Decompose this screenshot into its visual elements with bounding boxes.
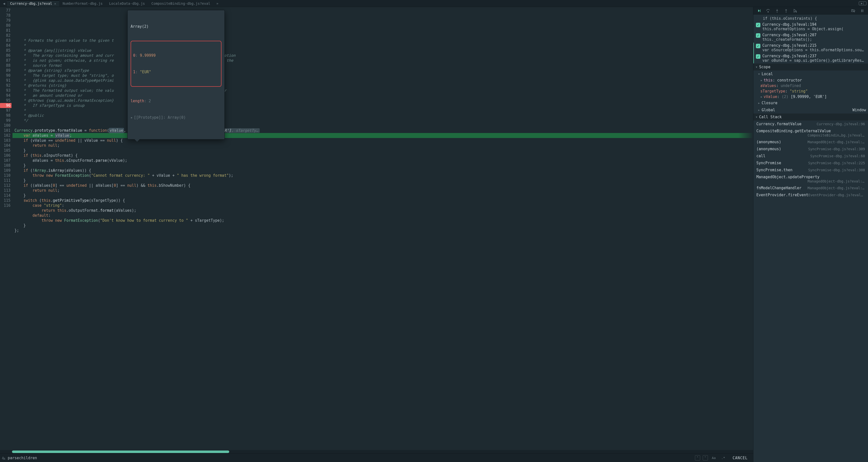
match-case-button[interactable]: Aa [710,456,717,460]
breakpoint-row[interactable]: ✓ Currency-dbg.js?eval:194 this.oFormatO… [753,22,868,32]
tab-label: CompositeBinding-dbg.js?eval [151,1,210,5]
tabs-overflow-icon[interactable]: » [214,1,221,5]
stack-function: (anonymous) [756,140,781,144]
step-into-icon[interactable] [775,8,779,13]
section-title: Local [762,72,773,76]
callstack-row[interactable]: fnModelChangeHandlerManagedObject-dbg.js… [753,184,868,192]
breakpoint-snippet: var oBundle = sap.ui.getCore().getLibrar… [763,58,866,63]
stack-function: SyncPromise.then [756,168,793,172]
breakpoint-snippet: this._createFormats(); [763,37,866,42]
breakpoint-location: Currency-dbg.js?eval:215 [763,43,816,48]
svg-point-2 [786,11,786,12]
tooltip-proto-key: [[Prototype]] [134,115,163,120]
tooltip-value-0: 9.99999 [140,53,156,58]
stack-function: SyncPromise [756,161,781,165]
step-over-icon[interactable] [766,8,770,13]
chevron-right-icon[interactable]: ▸ [131,115,133,120]
callstack-row[interactable]: callSyncPromise-dbg.js?eval:60 [753,152,868,160]
search-bar: A͟ᵦ ˄ ˅ Aa .* CANCEL [0,454,753,462]
cancel-button[interactable]: CANCEL [729,455,751,461]
tab-numberformat[interactable]: NumberFormat-dbg.js [60,0,105,6]
section-title: Call Stack [759,115,782,119]
stack-source: SyncPromise-dbg.js?eval:60 [810,154,865,158]
debugger-toolbar [753,7,868,15]
scrollbar-thumb[interactable] [12,451,229,453]
scope-closure-header[interactable]: ▸ Closure [753,99,868,107]
stack-source: SyncPromise-dbg.js?eval:308 [808,168,865,172]
scope-variable-row[interactable]: aValues: undefined [753,83,868,88]
breakpoint-context-line: if (this.oConstraints) { [753,16,868,22]
search-prev-button[interactable]: ˄ [695,455,700,461]
chevron-down-icon: ▾ [755,115,757,119]
breakpoint-row[interactable]: ✓ Currency-dbg.js?eval:215 var oSourceOp… [753,42,868,53]
callstack-row[interactable]: ManagedObject.updatePropertyManagedObjec… [753,173,868,184]
tab-localedata[interactable]: LocaleData-dbg.js [106,0,148,6]
stack-source: ManagedObject-dbg.js?eval:3656 [808,179,865,183]
value-tooltip: Array(2) 0: 9.99999 1: "EUR" length: 2 ▸… [127,10,225,140]
code-lines[interactable]: Array(2) 0: 9.99999 1: "EUR" length: 2 ▸… [12,7,753,450]
line-gutter[interactable]: 7778798081828384858687888990919293949596… [0,7,12,450]
tab-compositebinding[interactable]: CompositeBinding-dbg.js?eval [148,0,213,6]
search-mode-icon[interactable]: A͟ᵦ [2,456,5,460]
tab-nav-prev-icon[interactable]: ◀ [1,1,6,5]
run-snippet-icon[interactable]: ▶| [859,1,867,5]
callstack-row[interactable]: Currency.formatValueCurrency-dbg.js?eval… [753,120,868,127]
scope-global-header[interactable]: ▸ Global Window [753,107,868,114]
callstack-row[interactable]: CompositeBinding.getExternalValueComposi… [753,127,868,139]
step-icon[interactable] [793,8,797,13]
scope-section-header[interactable]: ▾ Scope [753,63,868,70]
breakpoint-row[interactable]: ✓ Currency-dbg.js?eval:237 var oBundle =… [753,53,868,63]
section-title: Global [762,108,775,112]
scope-local-header[interactable]: ▾ Local [753,70,868,78]
regex-button[interactable]: .* [720,456,727,460]
tooltip-index-0: 0 [133,53,135,58]
stack-function: fnModelChangeHandler [756,186,802,190]
section-title: Closure [762,101,777,105]
stack-function: CompositeBinding.getExternalValue [756,129,865,133]
tab-label: LocaleData-dbg.js [109,1,145,5]
horizontal-scrollbar[interactable] [0,450,753,454]
callstack-section-header[interactable]: ▾ Call Stack [753,114,868,120]
breakpoint-location: Currency-dbg.js?eval:194 [763,22,816,27]
scope-variable-row[interactable]: ▸this: constructor [753,78,868,83]
stack-source: SyncPromise-dbg.js?eval:225 [808,161,865,165]
tooltip-highlight-box: 0: 9.99999 1: "EUR" [131,41,221,87]
editor-tabbar: ◀ Currency-dbg.js?eval ✕ NumberFormat-db… [0,0,868,7]
chevron-right-icon: ▸ [761,78,763,83]
tooltip-index-1: 1 [133,70,135,74]
scope-global-value: Window [852,108,866,112]
checkbox-checked-icon[interactable]: ✓ [756,44,761,48]
callstack-row[interactable]: SyncPromise.thenSyncPromise-dbg.js?eval:… [753,167,868,173]
tab-currency[interactable]: Currency-dbg.js?eval ✕ [7,0,59,6]
resume-icon[interactable] [757,8,762,13]
chevron-right-icon: ▸ [758,101,760,105]
callstack-row[interactable]: (anonymous)ManagedObject-dbg.js?eval:365… [753,139,868,145]
chevron-down-icon: ▾ [758,72,760,76]
callstack-row[interactable]: EventProvider.fireEventEventProvider-dbg… [753,192,868,199]
search-next-button[interactable]: ˅ [703,455,708,461]
deactivate-breakpoints-icon[interactable] [851,8,856,13]
callstack-row[interactable]: (anonymous)SyncPromise-dbg.js?eval:309 [753,145,868,152]
svg-rect-4 [861,9,862,12]
stack-source: EventProvider-dbg.js?eval:247 [808,193,865,197]
step-out-icon[interactable] [784,8,788,13]
checkbox-checked-icon[interactable]: ✓ [756,23,761,27]
chevron-right-icon: ▸ [758,108,760,112]
tooltip-header: Array(2) [131,24,221,29]
stack-source: SyncPromise-dbg.js?eval:309 [808,147,865,151]
tooltip-length-val: 2 [149,99,151,103]
close-icon[interactable]: ✕ [54,2,56,5]
checkbox-checked-icon[interactable]: ✓ [756,54,761,59]
search-input[interactable] [8,456,692,460]
callstack-row[interactable]: SyncPromiseSyncPromise-dbg.js?eval:225 [753,160,868,167]
scope-variable-row[interactable]: ▸vValue: (2) [9.99999, 'EUR'] [753,94,868,99]
breakpoint-row[interactable]: ✓ Currency-dbg.js?eval:207 this._createF… [753,32,868,42]
scope-variable-row[interactable]: sTargetType: "string" [753,88,868,94]
checkbox-checked-icon[interactable]: ✓ [756,33,761,38]
svg-point-3 [796,11,797,12]
pause-on-exceptions-icon[interactable] [860,8,865,13]
stack-function: call [756,154,765,158]
stack-source: ManagedObject-dbg.js?eval:3436 [808,186,865,190]
chevron-down-icon: ▾ [755,65,757,69]
tab-label: NumberFormat-dbg.js [63,1,103,5]
